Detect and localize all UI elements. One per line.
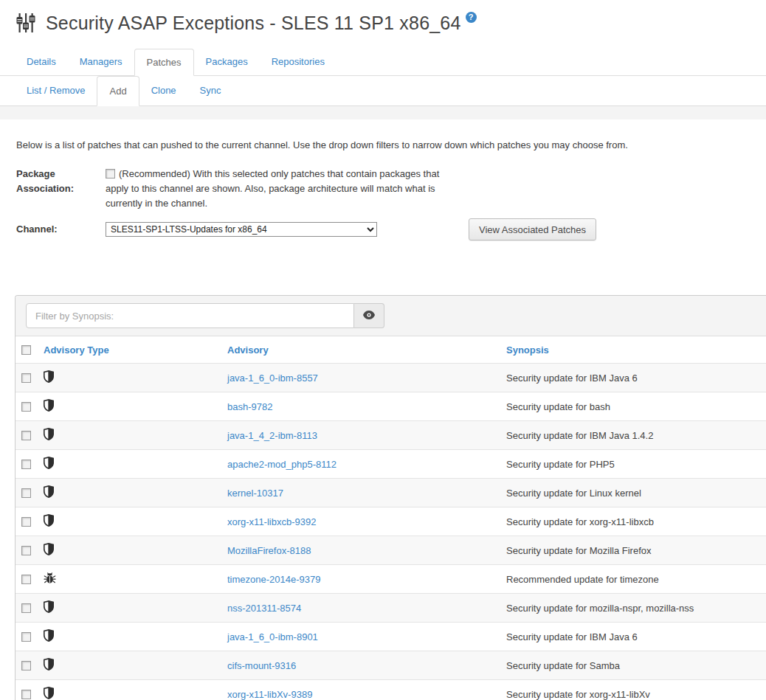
column-header-advisory-type[interactable]: Advisory Type xyxy=(44,344,227,356)
synopsis-cell: Security update for bash xyxy=(506,401,766,412)
content-top-strip xyxy=(0,106,766,119)
synopsis-cell: Security update for IBM Java 1.4.2 xyxy=(506,430,766,441)
subtab-clone[interactable]: Clone xyxy=(139,76,188,105)
synopsis-cell: Security update for Mozilla Firefox xyxy=(506,545,766,556)
eye-icon xyxy=(363,311,375,322)
package-association-label: Package Association: xyxy=(16,167,106,211)
tab-patches[interactable]: Patches xyxy=(134,49,194,76)
row-checkbox[interactable] xyxy=(21,402,31,412)
row-checkbox[interactable] xyxy=(21,632,31,642)
advisory-link[interactable]: apache2-mod_php5-8112 xyxy=(227,459,337,470)
view-associated-patches-button[interactable]: View Associated Patches xyxy=(469,218,596,240)
advisory-link[interactable]: java-1_6_0-ibm-8901 xyxy=(227,631,318,642)
table-row: MozillaFirefox-8188 Security update for … xyxy=(15,536,766,564)
security-shield-icon xyxy=(44,428,54,443)
subtab-add[interactable]: Add xyxy=(97,76,139,106)
advisory-link[interactable]: kernel-10317 xyxy=(227,488,283,499)
advisory-link[interactable]: timezone-2014e-9379 xyxy=(227,574,320,585)
synopsis-cell: Security update for Samba xyxy=(506,660,766,671)
main-tabs: DetailsManagersPatchesPackagesRepositori… xyxy=(0,49,766,76)
synopsis-cell: Security update for IBM Java 6 xyxy=(506,372,766,384)
table-row: apache2-mod_php5-8112 Security update fo… xyxy=(15,449,766,478)
security-shield-icon xyxy=(44,485,54,500)
advisory-link[interactable]: cifs-mount-9316 xyxy=(227,660,296,671)
row-checkbox[interactable] xyxy=(21,517,31,527)
security-shield-icon xyxy=(44,457,54,471)
synopsis-cell: Security update for PHP5 xyxy=(506,459,766,470)
bug-icon xyxy=(44,572,56,586)
table-row: xorg-x11-libxcb-9392 Security update for… xyxy=(15,507,766,536)
help-question-icon[interactable]: ? xyxy=(466,12,477,23)
security-shield-icon xyxy=(44,399,54,414)
synopsis-filter-input[interactable] xyxy=(26,303,354,328)
subtab-list-remove[interactable]: List / Remove xyxy=(15,76,97,105)
channel-label: Channel: xyxy=(16,222,106,237)
channel-row: Channel: SLES11-SP1-LTSS-Updates for x86… xyxy=(16,218,766,240)
table-row: nss-201311-8574 Security update for mozi… xyxy=(15,593,766,622)
table-row: xorg-x11-libXv-9389 Security update for … xyxy=(15,679,766,700)
synopsis-cell: Security update for Linux kernel xyxy=(506,488,766,499)
table-row: bash-9782 Security update for bash xyxy=(15,392,766,420)
row-checkbox[interactable] xyxy=(21,575,31,584)
synopsis-cell: Security update for IBM Java 6 xyxy=(506,631,766,642)
column-header-synopsis[interactable]: Synopsis xyxy=(506,344,766,356)
subtab-sync[interactable]: Sync xyxy=(188,76,233,105)
synopsis-cell: Recommended update for timezone xyxy=(506,574,766,585)
security-shield-icon xyxy=(44,658,54,673)
row-checkbox[interactable] xyxy=(21,546,31,555)
tab-details[interactable]: Details xyxy=(15,49,68,75)
security-shield-icon xyxy=(44,370,54,385)
select-all-checkbox[interactable] xyxy=(21,345,31,355)
channel-sliders-icon xyxy=(16,13,35,35)
advisory-link[interactable]: xorg-x11-libxcb-9392 xyxy=(227,516,316,527)
advisory-link[interactable]: java-1_4_2-ibm-8113 xyxy=(227,430,317,441)
row-checkbox[interactable] xyxy=(21,488,31,498)
security-shield-icon xyxy=(44,629,54,644)
synopsis-cell: Security update for xorg-x11-libxcb xyxy=(506,516,766,527)
intro-text: Below is a list of patches that can push… xyxy=(16,139,750,152)
advisory-link[interactable]: bash-9782 xyxy=(227,401,272,412)
table-row: java-1_6_0-ibm-8557 Security update for … xyxy=(15,363,766,392)
filter-submit-button[interactable] xyxy=(354,303,384,328)
row-checkbox[interactable] xyxy=(21,603,31,613)
patches-panel: Advisory Type Advisory Synopsis xyxy=(15,295,766,700)
filter-bar xyxy=(15,296,766,336)
security-shield-icon xyxy=(44,514,54,529)
security-shield-icon xyxy=(44,600,54,615)
page-header: Security ASAP Exceptions - SLES 11 SP1 x… xyxy=(0,0,766,35)
advisory-link[interactable]: MozillaFirefox-8188 xyxy=(227,545,311,556)
package-association-row: Package Association: (Recommended) With … xyxy=(16,167,766,211)
synopsis-cell: Security update for mozilla-nspr, mozill… xyxy=(506,603,766,614)
channel-select[interactable]: SLES11-SP1-LTSS-Updates for x86_64 xyxy=(106,222,377,237)
package-association-checkbox[interactable] xyxy=(106,169,115,179)
row-checkbox[interactable] xyxy=(21,460,31,469)
row-checkbox[interactable] xyxy=(21,690,31,699)
table-row: timezone-2014e-9379 Recommended update f… xyxy=(15,564,766,593)
row-checkbox[interactable] xyxy=(21,661,31,670)
table-row: kernel-10317 Security update for Linux k… xyxy=(15,478,766,507)
advisory-link[interactable]: xorg-x11-libXv-9389 xyxy=(227,689,312,700)
row-checkbox[interactable] xyxy=(21,431,31,440)
tab-managers[interactable]: Managers xyxy=(68,49,134,75)
sub-tabs: List / RemoveAddCloneSync xyxy=(0,76,766,106)
package-association-description: (Recommended) With this selected only pa… xyxy=(106,167,451,211)
security-shield-icon xyxy=(44,543,54,558)
patch-table-body: java-1_6_0-ibm-8557 Security update for … xyxy=(15,363,766,700)
advisory-link[interactable]: nss-201311-8574 xyxy=(227,603,301,614)
tab-repositories[interactable]: Repositories xyxy=(260,49,337,75)
table-row: cifs-mount-9316 Security update for Samb… xyxy=(15,651,766,679)
table-row: java-1_6_0-ibm-8901 Security update for … xyxy=(15,622,766,651)
row-checkbox[interactable] xyxy=(21,373,31,383)
column-header-advisory[interactable]: Advisory xyxy=(227,344,506,356)
security-shield-icon xyxy=(44,687,54,700)
page-title: Security ASAP Exceptions - SLES 11 SP1 x… xyxy=(46,10,461,35)
table-row: java-1_4_2-ibm-8113 Security update for … xyxy=(15,420,766,449)
tab-packages[interactable]: Packages xyxy=(194,49,260,75)
synopsis-cell: Security update for xorg-x11-libXv xyxy=(506,689,766,700)
table-header-row: Advisory Type Advisory Synopsis xyxy=(15,336,766,363)
advisory-link[interactable]: java-1_6_0-ibm-8557 xyxy=(227,372,318,384)
